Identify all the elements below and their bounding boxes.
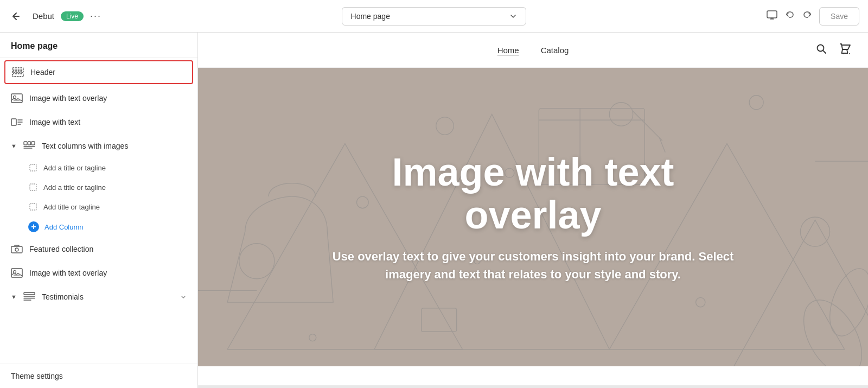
chevron-down-icon-text-columns: ▼ bbox=[11, 143, 17, 149]
add-column-label: Add Column bbox=[44, 223, 84, 231]
svg-rect-3 bbox=[12, 71, 23, 73]
undo-button[interactable] bbox=[784, 10, 795, 23]
featured-collection-icon bbox=[11, 243, 23, 255]
sidebar-item-image-text-overlay-1[interactable]: Image with text overlay bbox=[0, 86, 197, 110]
svg-point-41 bbox=[609, 103, 633, 126]
nav-link-home[interactable]: Home bbox=[497, 46, 519, 55]
image-text-icon bbox=[11, 116, 23, 128]
page-selector-value: Home page bbox=[351, 12, 390, 21]
sidebar-theme-settings[interactable]: Theme settings bbox=[0, 364, 197, 388]
chevron-down-icon bbox=[509, 12, 517, 20]
back-button[interactable] bbox=[9, 8, 26, 25]
image-overlay-icon-2 bbox=[11, 267, 23, 279]
svg-rect-27 bbox=[24, 292, 35, 295]
sidebar-label-header: Header bbox=[30, 68, 186, 77]
svg-rect-2 bbox=[12, 68, 23, 70]
save-button[interactable]: Save bbox=[819, 7, 859, 26]
canvas-area: Home Catalog bbox=[198, 33, 868, 388]
svg-point-54 bbox=[792, 290, 868, 366]
expand-testimonials-icon bbox=[180, 294, 187, 300]
sidebar-scroll: Header Image with text overlay bbox=[0, 58, 197, 364]
sidebar-subitem-tagline-3[interactable]: Add title or tagline bbox=[0, 197, 197, 217]
image-overlay-icon-1 bbox=[11, 92, 23, 104]
sidebar: Home page Header bbox=[0, 33, 198, 388]
svg-rect-53 bbox=[422, 308, 457, 332]
tagline-icon-2 bbox=[28, 182, 38, 192]
sidebar-label-image-text-overlay-2: Image with text overlay bbox=[29, 269, 187, 277]
tagline-icon-3 bbox=[28, 202, 38, 212]
more-button[interactable]: ··· bbox=[90, 10, 101, 22]
svg-point-50 bbox=[309, 334, 316, 341]
svg-rect-9 bbox=[11, 119, 16, 125]
sidebar-add-column[interactable]: + Add Column bbox=[0, 217, 197, 237]
sidebar-item-featured-collection[interactable]: Featured collection bbox=[0, 237, 197, 261]
theme-settings-label: Theme settings bbox=[11, 372, 63, 380]
svg-rect-13 bbox=[24, 142, 27, 145]
hero-section: Image with text overlay Use overlay text… bbox=[198, 68, 868, 366]
cart-icon[interactable] bbox=[839, 42, 852, 58]
svg-point-24 bbox=[14, 271, 16, 273]
sidebar-item-text-columns[interactable]: ▼ Text columns with images bbox=[0, 134, 197, 158]
topbar-left: Debut Live ··· bbox=[9, 8, 101, 25]
testimonials-icon bbox=[23, 291, 35, 303]
svg-rect-1 bbox=[767, 11, 777, 18]
svg-point-39 bbox=[436, 117, 454, 135]
add-column-icon: + bbox=[28, 221, 39, 232]
store-name: Debut bbox=[33, 11, 54, 21]
chevron-down-icon-testimonials: ▼ bbox=[11, 294, 17, 300]
sidebar-label-image-text-overlay-1: Image with text overlay bbox=[29, 94, 187, 103]
sidebar-label-featured-collection: Featured collection bbox=[29, 245, 187, 253]
text-columns-icon bbox=[23, 140, 35, 152]
svg-rect-21 bbox=[11, 246, 22, 253]
svg-point-38 bbox=[239, 244, 275, 279]
svg-point-32 bbox=[843, 53, 844, 54]
svg-point-51 bbox=[696, 297, 705, 307]
tagline-label-2: Add a title or tagline bbox=[43, 183, 106, 192]
header-icon bbox=[12, 66, 24, 78]
topbar: Debut Live ··· Home page bbox=[0, 0, 868, 33]
sidebar-item-testimonials[interactable]: ▼ Testimonials bbox=[0, 285, 197, 309]
sidebar-label-testimonials: Testimonials bbox=[42, 292, 174, 301]
svg-line-48 bbox=[633, 111, 662, 141]
svg-rect-15 bbox=[31, 142, 35, 145]
sidebar-item-image-text[interactable]: Image with text bbox=[0, 110, 197, 134]
svg-point-42 bbox=[749, 96, 763, 110]
svg-rect-19 bbox=[30, 184, 36, 190]
tagline-label-1: Add a title or tagline bbox=[43, 164, 106, 172]
preview-nav: Home Catalog bbox=[198, 33, 868, 68]
search-icon[interactable] bbox=[815, 42, 828, 58]
sidebar-label-text-columns: Text columns with images bbox=[42, 142, 187, 150]
sidebar-title: Home page bbox=[0, 33, 197, 58]
preview-frame: Home Catalog bbox=[198, 33, 868, 385]
svg-rect-4 bbox=[12, 74, 23, 77]
svg-rect-18 bbox=[30, 164, 36, 171]
hero-subtitle: Use overlay text to give your customers … bbox=[322, 247, 745, 283]
nav-link-catalog[interactable]: Catalog bbox=[541, 46, 569, 55]
svg-point-33 bbox=[849, 53, 850, 54]
preview-nav-icons bbox=[815, 42, 852, 58]
redo-button[interactable] bbox=[802, 10, 813, 23]
main: Home page Header bbox=[0, 33, 868, 388]
svg-rect-8 bbox=[14, 100, 20, 101]
tagline-icon-1 bbox=[28, 163, 38, 173]
hero-content: Image with text overlay Use overlay text… bbox=[289, 151, 777, 283]
svg-point-6 bbox=[14, 96, 16, 99]
page-selector[interactable]: Home page bbox=[342, 7, 526, 26]
topbar-center: Home page bbox=[108, 7, 760, 26]
hero-title: Image with text overlay bbox=[322, 151, 745, 237]
sidebar-subitem-tagline-1[interactable]: Add a title or tagline bbox=[0, 158, 197, 177]
svg-rect-20 bbox=[30, 203, 36, 210]
svg-rect-26 bbox=[14, 275, 20, 276]
topbar-right: Save bbox=[766, 7, 859, 26]
sidebar-label-image-text: Image with text bbox=[29, 118, 187, 126]
device-button[interactable] bbox=[766, 9, 778, 23]
sidebar-subitem-tagline-2[interactable]: Add a title or tagline bbox=[0, 177, 197, 197]
tagline-label-3: Add title or tagline bbox=[43, 203, 100, 211]
live-badge: Live bbox=[61, 11, 84, 21]
svg-point-22 bbox=[15, 248, 18, 251]
svg-rect-14 bbox=[28, 142, 30, 145]
svg-point-43 bbox=[800, 217, 829, 246]
sidebar-item-image-text-overlay-2[interactable]: Image with text overlay bbox=[0, 261, 197, 285]
sidebar-item-header[interactable]: Header bbox=[4, 60, 193, 84]
